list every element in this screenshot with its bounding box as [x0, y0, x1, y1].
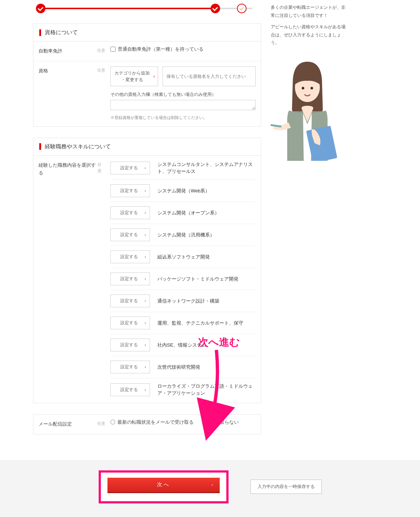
chevron-right-icon: ›: [145, 232, 146, 237]
footer-bar: 次へ › 入力中の内容を一時保存する: [0, 460, 420, 517]
license-checkbox[interactable]: 普通自動車免許（第一種）を持っている: [110, 46, 256, 53]
mail-label: メール配信設定 任意: [33, 415, 110, 434]
set-skill-button[interactable]: 設定する›: [110, 272, 150, 285]
svg-point-2: [311, 87, 313, 89]
assistant-illustration: [271, 51, 344, 161]
set-skill-button[interactable]: 設定する›: [110, 228, 150, 241]
chevron-right-icon: ›: [212, 482, 215, 487]
progress-bar: [36, 4, 258, 13]
set-skill-button[interactable]: 設定する›: [110, 317, 150, 329]
skill-name: 通信ネットワーク設計・構築: [157, 297, 256, 305]
skill-row: 設定する›組込系ソフトウェア開発: [110, 246, 256, 268]
skill-row: 設定する›システム開発（オープン系）: [110, 202, 256, 224]
optional-tag: 任意: [97, 67, 105, 74]
chevron-right-icon: ›: [145, 166, 146, 170]
svg-point-1: [302, 87, 304, 89]
annotation-overlay: 次へ進む: [33, 431, 261, 456]
skill-row: 設定する›通信ネットワーク設計・構築: [110, 290, 256, 312]
skill-row: 設定する›システムコンサルタント、システムアナリスト、プリセールス: [110, 160, 256, 180]
qualifications-heading: 資格について: [33, 24, 261, 41]
save-draft-button[interactable]: 入力中の内容を一時保存する: [251, 480, 322, 494]
skills-panel: 経験職務やスキルについて 経験した職務内容を選択する 任意 設定する›システムコ…: [33, 138, 261, 403]
quals-label: 資格 任意: [33, 61, 110, 126]
skill-name: システムコンサルタント、システムアナリスト、プリセールス: [157, 161, 256, 175]
mail-panel: メール配信設定 任意 最新の転職状況をメールで受け取る 受け取らない: [33, 414, 261, 434]
skills-row-label: 経験した職務内容を選択する 任意: [33, 156, 110, 403]
set-skill-button[interactable]: 設定する›: [110, 206, 150, 219]
mail-opt1[interactable]: 最新の転職状況をメールで受け取る: [110, 419, 194, 426]
mail-opt2[interactable]: 受け取らない: [203, 419, 239, 426]
skill-row: 設定する›社内SE、情報システム: [110, 334, 256, 356]
set-skill-button[interactable]: 設定する›: [110, 294, 150, 307]
chevron-right-icon: ›: [145, 365, 146, 369]
chevron-right-icon: ›: [153, 73, 155, 80]
optional-tag: 任意: [97, 47, 105, 54]
qualifications-title: 資格について: [45, 29, 78, 36]
chevron-right-icon: ›: [145, 188, 146, 193]
skill-row: 設定する›次世代技術研究開発: [110, 356, 256, 378]
add-category-button[interactable]: カテゴリから追加 ・変更する ›: [110, 66, 158, 86]
skills-title: 経験職務やスキルについて: [45, 143, 111, 150]
skill-name: パッケージソフト・ミドルウェア開発: [157, 275, 256, 283]
chevron-right-icon: ›: [145, 343, 146, 347]
skill-list: 設定する›システムコンサルタント、システムアナリスト、プリセールス設定する›シス…: [110, 160, 256, 397]
qualifications-panel: 資格について 自動車免許 任意 普通自動車免許（第一種）を持っている 資格 任意: [33, 24, 261, 127]
chevron-right-icon: ›: [145, 321, 146, 325]
progress-step-3: [237, 4, 246, 13]
skill-name: 次世代技術研究開発: [157, 364, 256, 371]
skill-row: 設定する›システム開発（汎用機系）: [110, 224, 256, 246]
side-text-1: 多くの企業や転職エージェントが、非常に注目している項目です！: [271, 4, 348, 19]
license-label: 自動車免許 任意: [33, 41, 110, 61]
skill-name: ローカライズ・プログラム言語・ミドルウェア・アプリケーション: [157, 383, 256, 397]
side-column: 多くの企業や転職エージェントが、非常に注目している項目です！ アピールしたい資格…: [271, 4, 348, 161]
skill-row: 設定する›システム開発（Web系）: [110, 180, 256, 202]
chevron-right-icon: ›: [145, 387, 146, 392]
skill-name: システム開発（Web系）: [157, 187, 256, 195]
chevron-right-icon: ›: [145, 276, 146, 281]
skill-row: 設定する›運用、監視、テクニカルサポート、保守: [110, 312, 256, 334]
set-skill-button[interactable]: 設定する›: [110, 250, 150, 263]
set-skill-button[interactable]: 設定する›: [110, 184, 150, 197]
license-checkbox-input[interactable]: [110, 47, 116, 52]
side-text-2: アピールしたい資格やスキルがある場合は、ぜひ入力するようにしましょう。: [271, 23, 348, 47]
skill-name: システム開発（オープン系）: [157, 209, 256, 217]
other-quals-textarea[interactable]: [110, 100, 256, 110]
other-quals-label: その他の資格入力欄（検索しても無い場合のみ使用）: [110, 91, 256, 98]
skills-heading: 経験職務やスキルについて: [33, 138, 261, 156]
next-highlight-box: 次へ ›: [99, 470, 229, 503]
chevron-right-icon: ›: [145, 254, 146, 259]
progress-step-1: [36, 4, 45, 13]
next-button[interactable]: 次へ ›: [107, 478, 220, 493]
main-column: 資格について 自動車免許 任意 普通自動車免許（第一種）を持っている 資格 任意: [33, 4, 261, 456]
set-skill-button[interactable]: 設定する›: [110, 361, 150, 373]
skill-row: 設定する›パッケージソフト・ミドルウェア開発: [110, 268, 256, 290]
skill-name: 社内SE、情報システム: [157, 341, 256, 349]
chevron-right-icon: ›: [145, 299, 146, 303]
qualification-search-input[interactable]: [162, 66, 256, 86]
skill-name: 組込系ソフトウェア開発: [157, 253, 256, 261]
skill-name: システム開発（汎用機系）: [157, 231, 256, 239]
quals-note: ※登録資格が重複している場合は削除してください。: [110, 115, 256, 120]
skill-row: 設定する›ローカライズ・プログラム言語・ミドルウェア・アプリケーション: [110, 378, 256, 397]
progress-step-2: [211, 4, 220, 13]
optional-tag: 任意: [97, 420, 105, 427]
set-skill-button[interactable]: 設定する›: [110, 383, 150, 396]
set-skill-button[interactable]: 設定する›: [110, 162, 150, 174]
chevron-right-icon: ›: [145, 210, 146, 215]
skill-name: 運用、監視、テクニカルサポート、保守: [157, 319, 256, 327]
set-skill-button[interactable]: 設定する›: [110, 339, 150, 351]
optional-tag: 任意: [98, 162, 105, 174]
